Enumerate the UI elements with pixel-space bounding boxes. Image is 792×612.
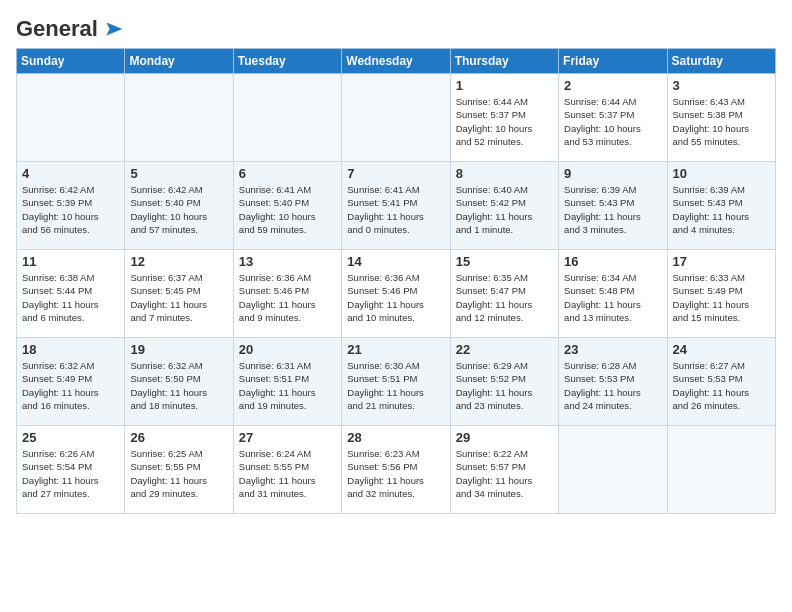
day-info: Sunrise: 6:36 AM Sunset: 5:46 PM Dayligh… [239, 271, 336, 324]
calendar-day [125, 74, 233, 162]
day-info: Sunrise: 6:32 AM Sunset: 5:49 PM Dayligh… [22, 359, 119, 412]
day-info: Sunrise: 6:36 AM Sunset: 5:46 PM Dayligh… [347, 271, 444, 324]
calendar-week-row: 1Sunrise: 6:44 AM Sunset: 5:37 PM Daylig… [17, 74, 776, 162]
day-info: Sunrise: 6:26 AM Sunset: 5:54 PM Dayligh… [22, 447, 119, 500]
day-info: Sunrise: 6:33 AM Sunset: 5:49 PM Dayligh… [673, 271, 770, 324]
calendar-day [233, 74, 341, 162]
calendar-week-row: 4Sunrise: 6:42 AM Sunset: 5:39 PM Daylig… [17, 162, 776, 250]
day-number: 19 [130, 342, 227, 357]
day-info: Sunrise: 6:29 AM Sunset: 5:52 PM Dayligh… [456, 359, 553, 412]
day-info: Sunrise: 6:40 AM Sunset: 5:42 PM Dayligh… [456, 183, 553, 236]
day-number: 25 [22, 430, 119, 445]
day-number: 18 [22, 342, 119, 357]
calendar-table: SundayMondayTuesdayWednesdayThursdayFrid… [16, 48, 776, 514]
calendar-day: 17Sunrise: 6:33 AM Sunset: 5:49 PM Dayli… [667, 250, 775, 338]
day-info: Sunrise: 6:37 AM Sunset: 5:45 PM Dayligh… [130, 271, 227, 324]
calendar-day: 20Sunrise: 6:31 AM Sunset: 5:51 PM Dayli… [233, 338, 341, 426]
calendar-day: 14Sunrise: 6:36 AM Sunset: 5:46 PM Dayli… [342, 250, 450, 338]
day-info: Sunrise: 6:35 AM Sunset: 5:47 PM Dayligh… [456, 271, 553, 324]
calendar-day: 1Sunrise: 6:44 AM Sunset: 5:37 PM Daylig… [450, 74, 558, 162]
calendar-day: 19Sunrise: 6:32 AM Sunset: 5:50 PM Dayli… [125, 338, 233, 426]
calendar-day: 4Sunrise: 6:42 AM Sunset: 5:39 PM Daylig… [17, 162, 125, 250]
day-header-friday: Friday [559, 49, 667, 74]
day-info: Sunrise: 6:30 AM Sunset: 5:51 PM Dayligh… [347, 359, 444, 412]
day-info: Sunrise: 6:39 AM Sunset: 5:43 PM Dayligh… [673, 183, 770, 236]
day-number: 9 [564, 166, 661, 181]
day-number: 5 [130, 166, 227, 181]
day-number: 3 [673, 78, 770, 93]
calendar-day: 25Sunrise: 6:26 AM Sunset: 5:54 PM Dayli… [17, 426, 125, 514]
calendar-day: 24Sunrise: 6:27 AM Sunset: 5:53 PM Dayli… [667, 338, 775, 426]
day-info: Sunrise: 6:38 AM Sunset: 5:44 PM Dayligh… [22, 271, 119, 324]
calendar-day: 28Sunrise: 6:23 AM Sunset: 5:56 PM Dayli… [342, 426, 450, 514]
day-info: Sunrise: 6:31 AM Sunset: 5:51 PM Dayligh… [239, 359, 336, 412]
day-number: 7 [347, 166, 444, 181]
day-number: 27 [239, 430, 336, 445]
day-number: 29 [456, 430, 553, 445]
calendar-day: 29Sunrise: 6:22 AM Sunset: 5:57 PM Dayli… [450, 426, 558, 514]
calendar-day: 2Sunrise: 6:44 AM Sunset: 5:37 PM Daylig… [559, 74, 667, 162]
logo: General [16, 16, 124, 38]
calendar-week-row: 18Sunrise: 6:32 AM Sunset: 5:49 PM Dayli… [17, 338, 776, 426]
day-number: 6 [239, 166, 336, 181]
day-info: Sunrise: 6:23 AM Sunset: 5:56 PM Dayligh… [347, 447, 444, 500]
page-header: General [16, 16, 776, 38]
day-info: Sunrise: 6:41 AM Sunset: 5:40 PM Dayligh… [239, 183, 336, 236]
day-number: 21 [347, 342, 444, 357]
calendar-day: 12Sunrise: 6:37 AM Sunset: 5:45 PM Dayli… [125, 250, 233, 338]
day-header-saturday: Saturday [667, 49, 775, 74]
day-number: 28 [347, 430, 444, 445]
calendar-day: 3Sunrise: 6:43 AM Sunset: 5:38 PM Daylig… [667, 74, 775, 162]
calendar-day: 8Sunrise: 6:40 AM Sunset: 5:42 PM Daylig… [450, 162, 558, 250]
day-header-sunday: Sunday [17, 49, 125, 74]
day-info: Sunrise: 6:42 AM Sunset: 5:39 PM Dayligh… [22, 183, 119, 236]
day-header-wednesday: Wednesday [342, 49, 450, 74]
day-number: 17 [673, 254, 770, 269]
day-info: Sunrise: 6:44 AM Sunset: 5:37 PM Dayligh… [564, 95, 661, 148]
calendar-week-row: 25Sunrise: 6:26 AM Sunset: 5:54 PM Dayli… [17, 426, 776, 514]
day-info: Sunrise: 6:25 AM Sunset: 5:55 PM Dayligh… [130, 447, 227, 500]
day-info: Sunrise: 6:34 AM Sunset: 5:48 PM Dayligh… [564, 271, 661, 324]
logo-general: General [16, 16, 98, 42]
day-number: 23 [564, 342, 661, 357]
day-number: 2 [564, 78, 661, 93]
day-number: 1 [456, 78, 553, 93]
logo-icon [100, 21, 124, 37]
day-number: 11 [22, 254, 119, 269]
calendar-day: 26Sunrise: 6:25 AM Sunset: 5:55 PM Dayli… [125, 426, 233, 514]
day-number: 16 [564, 254, 661, 269]
day-header-tuesday: Tuesday [233, 49, 341, 74]
day-number: 22 [456, 342, 553, 357]
day-number: 14 [347, 254, 444, 269]
calendar-day: 16Sunrise: 6:34 AM Sunset: 5:48 PM Dayli… [559, 250, 667, 338]
day-number: 15 [456, 254, 553, 269]
calendar-day [559, 426, 667, 514]
day-info: Sunrise: 6:27 AM Sunset: 5:53 PM Dayligh… [673, 359, 770, 412]
day-header-thursday: Thursday [450, 49, 558, 74]
calendar-day: 9Sunrise: 6:39 AM Sunset: 5:43 PM Daylig… [559, 162, 667, 250]
calendar-day [342, 74, 450, 162]
day-number: 26 [130, 430, 227, 445]
day-info: Sunrise: 6:32 AM Sunset: 5:50 PM Dayligh… [130, 359, 227, 412]
day-info: Sunrise: 6:44 AM Sunset: 5:37 PM Dayligh… [456, 95, 553, 148]
day-info: Sunrise: 6:41 AM Sunset: 5:41 PM Dayligh… [347, 183, 444, 236]
day-number: 4 [22, 166, 119, 181]
day-info: Sunrise: 6:39 AM Sunset: 5:43 PM Dayligh… [564, 183, 661, 236]
calendar-week-row: 11Sunrise: 6:38 AM Sunset: 5:44 PM Dayli… [17, 250, 776, 338]
calendar-day: 15Sunrise: 6:35 AM Sunset: 5:47 PM Dayli… [450, 250, 558, 338]
day-number: 13 [239, 254, 336, 269]
day-header-monday: Monday [125, 49, 233, 74]
day-number: 10 [673, 166, 770, 181]
day-info: Sunrise: 6:28 AM Sunset: 5:53 PM Dayligh… [564, 359, 661, 412]
day-number: 8 [456, 166, 553, 181]
calendar-day: 23Sunrise: 6:28 AM Sunset: 5:53 PM Dayli… [559, 338, 667, 426]
calendar-day: 18Sunrise: 6:32 AM Sunset: 5:49 PM Dayli… [17, 338, 125, 426]
day-number: 12 [130, 254, 227, 269]
calendar-day: 27Sunrise: 6:24 AM Sunset: 5:55 PM Dayli… [233, 426, 341, 514]
day-number: 20 [239, 342, 336, 357]
calendar-day [667, 426, 775, 514]
calendar-day: 13Sunrise: 6:36 AM Sunset: 5:46 PM Dayli… [233, 250, 341, 338]
calendar-day: 21Sunrise: 6:30 AM Sunset: 5:51 PM Dayli… [342, 338, 450, 426]
svg-marker-0 [106, 23, 122, 36]
calendar-day [17, 74, 125, 162]
